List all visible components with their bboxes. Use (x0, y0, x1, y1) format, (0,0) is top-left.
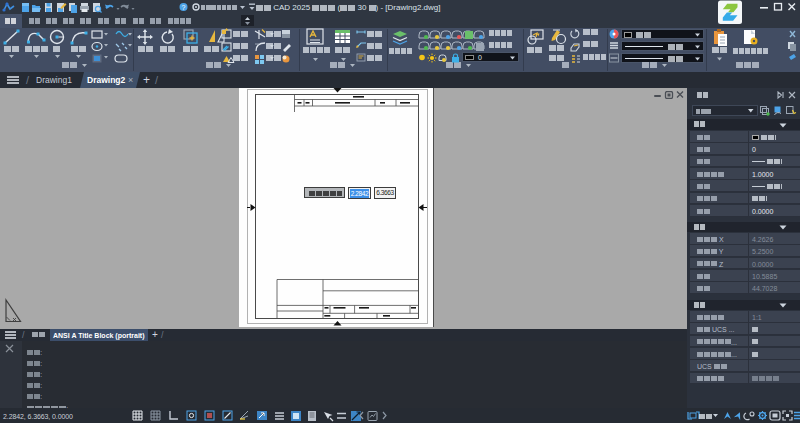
svg-text:?: ? (182, 4, 186, 11)
